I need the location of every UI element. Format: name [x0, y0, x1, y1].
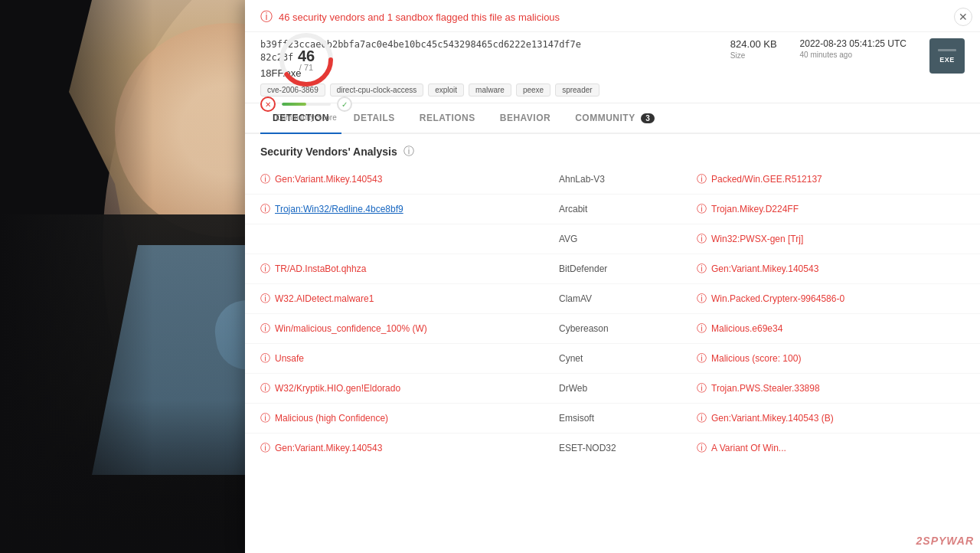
score-section: 46 / 71 ✕ ✓ Community Score [245, 23, 368, 128]
vendor-name: Cynet [544, 345, 681, 371]
detection-cell-left: ⓘGen:Variant.Mikey.140543 [245, 165, 544, 194]
threat-name-right: Malicious.e69e34 [711, 323, 782, 334]
threat-name: W32.AIDetect.malware1 [275, 293, 374, 304]
threat-icon-right: ⓘ [697, 411, 707, 425]
section-title: Security Vendors' Analysis [260, 146, 397, 158]
file-type-text: EXE [939, 56, 955, 64]
detection-cell-left: ⓘTR/AD.InstaBot.qhhza [245, 254, 544, 283]
file-tag: spreader [555, 83, 599, 97]
detection-cell-right: ⓘMalicious (score: 100) [681, 344, 980, 373]
detection-row: ⓘUnsafeCynetⓘMalicious (score: 100) [245, 344, 980, 374]
detection-row: ⓘW32/Kryptik.HIO.gen!EldoradoDrWebⓘTroja… [245, 374, 980, 404]
vendor-name: Emsisoft [544, 405, 681, 431]
threat-name: Malicious (high Confidence) [275, 413, 388, 424]
threat-icon: ⓘ [260, 262, 270, 276]
detection-rows: ⓘGen:Variant.Mikey.140543AhnLab-V3ⓘPacke… [245, 165, 980, 456]
file-time-block: 2022-08-23 05:41:25 UTC 40 minutes ago [800, 38, 906, 59]
community-score-label: Community Score [276, 113, 336, 122]
tab-behavior[interactable]: BEHAVIOR [488, 103, 563, 133]
detection-row: ⓘTR/AD.InstaBot.qhhzaBitDefenderⓘGen:Var… [245, 254, 980, 284]
detection-cell-right: ⓘA Variant Of Win... [681, 434, 980, 456]
threat-icon-right: ⓘ [697, 352, 707, 365]
detection-cell-right: ⓘWin.Packed.Crypterx-9964586-0 [681, 284, 980, 313]
vendor-name: ClamAV [544, 286, 681, 312]
detection-cell-left: ⓘW32.AIDetect.malware1 [245, 284, 544, 313]
threat-icon: ⓘ [260, 322, 270, 335]
tab-relations[interactable]: RELATIONS [407, 103, 488, 133]
threat-icon: ⓘ [260, 381, 270, 395]
check-button[interactable]: ✓ [337, 97, 352, 112]
detection-cell-right: ⓘTrojan.Mikey.D224FF [681, 195, 980, 224]
detection-cell-left [245, 231, 544, 247]
detection-cell-right: ⓘWin32:PWSX-gen [Trj] [681, 224, 980, 254]
gauge-total: / 71 [298, 64, 315, 72]
detection-cell-left: ⓘW32/Kryptik.HIO.gen!Eldorado [245, 374, 544, 403]
vendor-name: AhnLab-V3 [544, 166, 681, 192]
tab-community[interactable]: COMMUNITY 3 [563, 103, 667, 133]
alert-text: 46 security vendors and 1 sandbox flagge… [279, 11, 560, 23]
close-button[interactable]: ✕ [954, 8, 972, 26]
vendor-name: ESET-NOD32 [544, 435, 681, 456]
vendor-name: Cybereason [544, 316, 681, 342]
x-button[interactable]: ✕ [260, 97, 276, 112]
threat-name: Unsafe [275, 353, 304, 364]
threat-name: Gen:Variant.Mikey.140543 [275, 174, 382, 185]
threat-name-right: Gen:Variant.Mikey.140543 (B) [711, 413, 834, 424]
threat-icon: ⓘ [260, 441, 270, 455]
threat-name: Gen:Variant.Mikey.140543 [275, 443, 382, 453]
detection-cell-left: ⓘGen:Variant.Mikey.140543 [245, 434, 544, 456]
threat-icon: ⓘ [260, 352, 270, 365]
threat-icon-right: ⓘ [697, 262, 707, 276]
detection-cell-right: ⓘTrojan.PWS.Stealer.33898 [681, 374, 980, 403]
detection-cell-right: ⓘPacked/Win.GEE.R512137 [681, 165, 980, 194]
threat-name: TR/AD.InstaBot.qhhza [275, 263, 366, 274]
threat-icon-right: ⓘ [697, 381, 707, 395]
threat-name-right: Packed/Win.GEE.R512137 [711, 174, 822, 185]
threat-name-right: A Variant Of Win... [711, 443, 786, 453]
gauge-number: 46 / 71 [298, 48, 315, 72]
detection-cell-right: ⓘGen:Variant.Mikey.140543 [681, 254, 980, 283]
threat-icon: ⓘ [260, 202, 270, 216]
detection-cell-left: ⓘMalicious (high Confidence) [245, 404, 544, 433]
file-size-label: Size [730, 51, 777, 60]
threat-name-right: Trojan.Mikey.D224FF [711, 204, 799, 214]
file-type-badge: EXE [929, 38, 965, 74]
file-time-ago: 40 minutes ago [800, 51, 906, 59]
threat-name-right: Win32:PWSX-gen [Trj] [711, 234, 803, 244]
threat-name-right: Gen:Variant.Mikey.140543 [711, 263, 818, 274]
threat-name[interactable]: Trojan:Win32/Redline.4bce8bf9 [275, 204, 403, 214]
vendor-name: DrWeb [544, 375, 681, 401]
detection-row: ⓘW32.AIDetect.malware1ClamAVⓘWin.Packed.… [245, 284, 980, 314]
detection-row: AVGⓘWin32:PWSX-gen [Trj] [245, 224, 980, 254]
detection-row: ⓘGen:Variant.Mikey.140543ESET-NOD32ⓘA Va… [245, 434, 980, 456]
detection-cell-left: ⓘUnsafe [245, 344, 544, 373]
file-tag: malware [469, 83, 511, 97]
detection-cell-right: ⓘMalicious.e69e34 [681, 314, 980, 343]
detection-row: ⓘGen:Variant.Mikey.140543AhnLab-V3ⓘPacke… [245, 165, 980, 195]
threat-icon: ⓘ [260, 292, 270, 306]
score-bar-fill [282, 103, 306, 106]
detection-cell-left: ⓘWin/malicious_confidence_100% (W) [245, 314, 544, 343]
community-badge: 3 [641, 113, 655, 123]
detection-cell-left: ⓘTrojan:Win32/Redline.4bce8bf9 [245, 195, 544, 224]
threat-icon-right: ⓘ [697, 232, 707, 246]
threat-icon: ⓘ [260, 411, 270, 425]
file-size-block: 824.00 KB Size [730, 38, 777, 60]
section-info-icon: ⓘ [403, 145, 414, 159]
threat-icon-right: ⓘ [697, 292, 707, 306]
vendor-name: BitDefender [544, 256, 681, 282]
detection-row: ⓘMalicious (high Confidence)EmsisoftⓘGen… [245, 404, 980, 434]
score-bar [282, 103, 331, 106]
section-header: Security Vendors' Analysis ⓘ [245, 134, 980, 165]
threat-icon: ⓘ [260, 172, 270, 186]
threat-name-right: Malicious (score: 100) [711, 353, 801, 364]
community-score-row: ✕ ✓ [260, 97, 352, 112]
file-tag: peexe [516, 83, 550, 97]
threat-icon-right: ⓘ [697, 441, 707, 455]
file-meta: 824.00 KB Size 2022-08-23 05:41:25 UTC 4… [730, 38, 965, 74]
gauge-score: 46 [298, 48, 315, 64]
file-size-value: 824.00 KB [730, 38, 777, 50]
threat-name: Win/malicious_confidence_100% (W) [275, 323, 427, 334]
gauge-container: 46 / 71 [276, 29, 337, 90]
detection-row: ⓘWin/malicious_confidence_100% (W)Cybere… [245, 314, 980, 344]
